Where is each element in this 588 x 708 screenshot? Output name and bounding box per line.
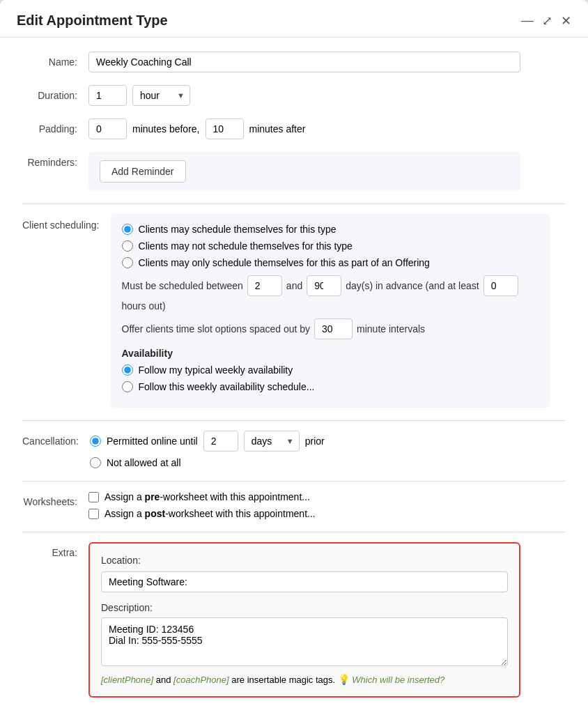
availability-option-1: Follow my typical weekly availability bbox=[139, 364, 293, 376]
availability-radio-2[interactable] bbox=[122, 381, 133, 392]
duration-unit-wrapper: minute hour day ▼ bbox=[132, 85, 190, 106]
advance-text-and: and bbox=[286, 280, 302, 291]
worksheets-content: Assign a pre-worksheet with this appoint… bbox=[88, 491, 566, 519]
interval-text-pre: Offer clients time slot options spaced o… bbox=[122, 323, 311, 334]
interval-text-post: minute intervals bbox=[357, 323, 425, 334]
duration-label: Duration: bbox=[22, 85, 88, 101]
extra-label: Extra: bbox=[22, 542, 88, 558]
reminders-box: Add Reminder bbox=[88, 152, 520, 191]
worksheet-pre-bold: pre bbox=[145, 491, 160, 502]
client-scheduling-content: Clients may schedule themselves for this… bbox=[111, 214, 566, 408]
modal: Edit Appointment Type — ⤢ ✕ Name: Durati… bbox=[0, 0, 588, 708]
minimize-icon[interactable]: — bbox=[521, 13, 534, 28]
padding-row: Padding: minutes before, minutes after bbox=[22, 118, 566, 139]
cancellation-permitted-label: Permitted online until bbox=[107, 436, 198, 447]
header-actions: — ⤢ ✕ bbox=[521, 13, 571, 29]
magic-tags-link[interactable]: Which will be inserted? bbox=[352, 675, 444, 685]
worksheet-pre-row: Assign a pre-worksheet with this appoint… bbox=[88, 491, 566, 502]
padding-content: minutes before, minutes after bbox=[88, 118, 566, 139]
interval-row: Offer clients time slot options spaced o… bbox=[122, 318, 539, 339]
padding-before-input[interactable] bbox=[88, 118, 127, 139]
add-reminder-button[interactable]: Add Reminder bbox=[100, 160, 186, 183]
modal-body: Name: Duration: minute hour day ▼ bbox=[0, 38, 588, 708]
cancellation-unit-select[interactable]: hours days weeks bbox=[244, 431, 300, 452]
cancellation-radio-not-allowed[interactable] bbox=[90, 457, 101, 468]
name-label: Name: bbox=[22, 52, 88, 68]
cancellation-unit-wrapper: hours days weeks ▼ bbox=[244, 431, 300, 452]
scheduling-radio-row-3: Clients may only schedule themselves for… bbox=[122, 257, 539, 268]
cancellation-permitted-row: Permitted online until hours days weeks … bbox=[90, 431, 566, 452]
padding-after-input[interactable] bbox=[206, 118, 244, 139]
duration-number-input[interactable] bbox=[88, 85, 127, 106]
advance-text-pre: Must be scheduled between bbox=[122, 280, 243, 291]
scheduling-box: Clients may schedule themselves for this… bbox=[111, 214, 550, 408]
availability-radio-row-2: Follow this weekly availability schedule… bbox=[122, 381, 539, 392]
advance-min-input[interactable] bbox=[247, 275, 282, 296]
scheduling-radio-2[interactable] bbox=[122, 240, 133, 252]
cancellation-radio-permitted[interactable] bbox=[90, 436, 101, 447]
magic-tags-and: and bbox=[156, 675, 173, 685]
scheduling-radio-row-1: Clients may schedule themselves for this… bbox=[122, 224, 539, 235]
duration-row: Duration: minute hour day ▼ bbox=[22, 85, 566, 106]
description-label: Description: bbox=[101, 602, 508, 613]
scheduling-option-2: Clients may not schedule themselves for … bbox=[139, 240, 353, 252]
worksheet-post-text: Assign a post-worksheet with this appoin… bbox=[105, 508, 316, 519]
advance-hours-input[interactable] bbox=[483, 275, 518, 296]
worksheets-box: Assign a pre-worksheet with this appoint… bbox=[88, 491, 566, 519]
scheduling-radio-row-2: Clients may not schedule themselves for … bbox=[122, 240, 539, 252]
worksheets-label: Worksheets: bbox=[22, 491, 88, 507]
separator-2 bbox=[22, 420, 566, 421]
reminders-label: Reminders: bbox=[22, 152, 88, 168]
duration-content: minute hour day ▼ bbox=[88, 85, 566, 106]
availability-radio-1[interactable] bbox=[122, 364, 133, 376]
duration-unit-select[interactable]: minute hour day bbox=[132, 85, 190, 106]
modal-header: Edit Appointment Type — ⤢ ✕ bbox=[0, 0, 588, 38]
cancellation-value-input[interactable] bbox=[203, 431, 238, 452]
close-icon[interactable]: ✕ bbox=[561, 13, 571, 29]
worksheet-pre-checkbox[interactable] bbox=[88, 492, 99, 502]
cancellation-box: Permitted online until hours days weeks … bbox=[90, 431, 566, 468]
advance-max-input[interactable] bbox=[307, 275, 341, 296]
scheduling-radio-3[interactable] bbox=[122, 257, 133, 268]
extra-box: Location: Description: Meeting ID: 12345… bbox=[88, 542, 520, 698]
separator-3 bbox=[22, 481, 566, 482]
name-input[interactable] bbox=[88, 52, 520, 72]
client-scheduling-row: Client scheduling: Clients may schedule … bbox=[22, 214, 566, 408]
availability-option-2: Follow this weekly availability schedule… bbox=[139, 381, 315, 392]
worksheet-post-checkbox[interactable] bbox=[88, 509, 99, 519]
scheduling-radio-1[interactable] bbox=[122, 224, 133, 235]
cancellation-content: Permitted online until hours days weeks … bbox=[90, 431, 566, 468]
reminders-content: Add Reminder bbox=[88, 152, 566, 191]
separator-1 bbox=[22, 203, 566, 204]
cancellation-not-allowed-label: Not allowed at all bbox=[107, 457, 181, 468]
interval-value-input[interactable] bbox=[314, 318, 353, 339]
description-textarea[interactable]: Meeting ID: 123456 Dial In: 555-555-5555 bbox=[101, 617, 508, 666]
lightbulb-icon: 💡 bbox=[338, 674, 350, 685]
worksheets-row: Worksheets: Assign a pre-worksheet with … bbox=[22, 491, 566, 519]
modal-title: Edit Appointment Type bbox=[17, 13, 168, 29]
scheduling-option-3: Clients may only schedule themselves for… bbox=[139, 257, 430, 268]
location-input[interactable] bbox=[101, 571, 508, 592]
availability-radio-row-1: Follow my typical weekly availability bbox=[122, 364, 539, 376]
client-scheduling-label: Client scheduling: bbox=[22, 214, 111, 231]
name-row: Name: bbox=[22, 52, 566, 72]
reminders-row: Reminders: Add Reminder bbox=[22, 152, 566, 191]
worksheet-post-bold: post bbox=[145, 508, 166, 519]
cancellation-not-allowed-row: Not allowed at all bbox=[90, 457, 566, 468]
padding-label: Padding: bbox=[22, 118, 88, 134]
extra-content: Location: Description: Meeting ID: 12345… bbox=[88, 542, 566, 698]
advance-row: Must be scheduled between and day(s) in … bbox=[122, 275, 539, 311]
scheduling-option-1: Clients may schedule themselves for this… bbox=[139, 224, 336, 235]
advance-text-post: day(s) in advance (and at least bbox=[346, 280, 479, 291]
separator-4 bbox=[22, 532, 566, 532]
cancellation-prior-label: prior bbox=[305, 436, 325, 447]
magic-tags-area: [clientPhone] and [coachPhone] are inser… bbox=[101, 674, 508, 685]
expand-icon[interactable]: ⤢ bbox=[542, 13, 552, 29]
availability-title: Availability bbox=[122, 348, 539, 359]
cancellation-row: Cancellation: Permitted online until hou… bbox=[22, 431, 566, 468]
name-content bbox=[88, 52, 566, 72]
location-label: Location: bbox=[101, 555, 508, 566]
magic-tag-coach: [coachPhone] bbox=[173, 675, 229, 685]
padding-before-label: minutes before, bbox=[132, 123, 200, 134]
padding-after-label: minutes after bbox=[249, 123, 306, 134]
